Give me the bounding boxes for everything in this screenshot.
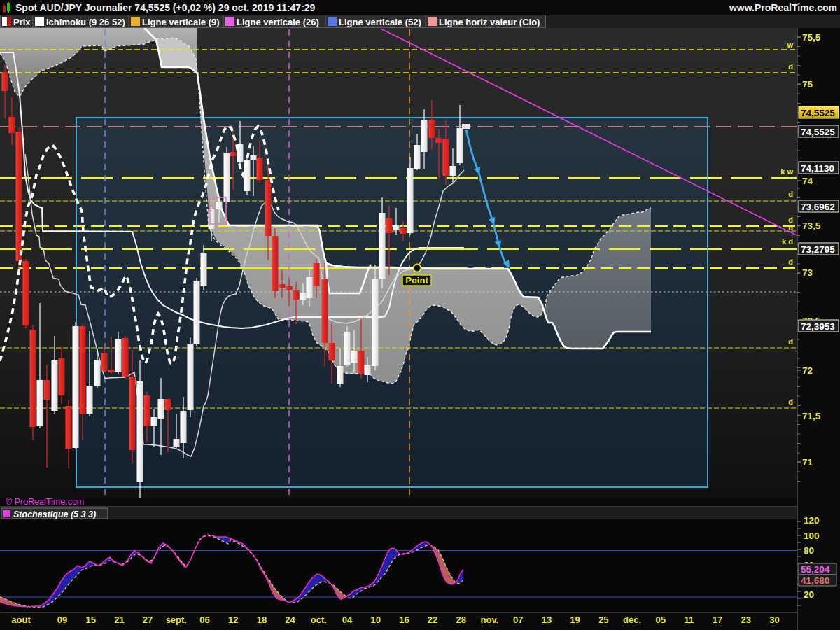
svg-text:16: 16 bbox=[399, 615, 409, 625]
svg-text:71: 71 bbox=[802, 457, 813, 468]
svg-text:04: 04 bbox=[342, 615, 353, 625]
svg-text:nov.: nov. bbox=[481, 615, 499, 625]
svg-text:72,3953: 72,3953 bbox=[801, 321, 835, 332]
svg-text:d: d bbox=[788, 398, 793, 406]
svg-text:73: 73 bbox=[802, 267, 813, 278]
svg-text:73,5: 73,5 bbox=[802, 220, 821, 231]
svg-text:10: 10 bbox=[370, 615, 380, 625]
svg-text:21: 21 bbox=[114, 615, 124, 625]
svg-text:Spot AUD/JPY Journalier 74,552: Spot AUD/JPY Journalier 74,5525 (+0,02 %… bbox=[15, 2, 316, 13]
svg-text:d: d bbox=[788, 337, 793, 346]
svg-text:25: 25 bbox=[598, 615, 608, 625]
svg-text:27: 27 bbox=[143, 615, 153, 625]
svg-text:sept.: sept. bbox=[166, 615, 187, 625]
svg-text:09: 09 bbox=[57, 615, 67, 625]
svg-text:k w: k w bbox=[780, 167, 793, 176]
svg-text:oct.: oct. bbox=[311, 615, 327, 625]
svg-text:Ligne verticale (52): Ligne verticale (52) bbox=[339, 17, 421, 27]
svg-text:d: d bbox=[788, 258, 793, 266]
svg-text:28: 28 bbox=[456, 615, 466, 625]
svg-text:Prix: Prix bbox=[13, 17, 31, 27]
svg-text:74,5525: 74,5525 bbox=[801, 127, 835, 137]
svg-text:41,680: 41,680 bbox=[801, 575, 830, 586]
svg-text:74: 74 bbox=[802, 176, 813, 186]
svg-text:06: 06 bbox=[200, 615, 209, 625]
svg-text:www.ProRealTime.com: www.ProRealTime.com bbox=[729, 2, 837, 13]
svg-text:11: 11 bbox=[685, 615, 694, 625]
svg-text:72: 72 bbox=[802, 365, 813, 376]
svg-text:20: 20 bbox=[804, 589, 814, 600]
svg-text:12: 12 bbox=[228, 615, 238, 625]
svg-text:120: 120 bbox=[804, 515, 820, 526]
svg-text:75: 75 bbox=[802, 79, 813, 90]
svg-text:73,2795: 73,2795 bbox=[801, 244, 835, 255]
svg-text:15: 15 bbox=[85, 615, 95, 625]
svg-text:55,204: 55,204 bbox=[801, 564, 830, 575]
svg-text:d: d bbox=[788, 223, 793, 232]
svg-text:73,6962: 73,6962 bbox=[801, 202, 835, 212]
svg-text:13: 13 bbox=[542, 615, 552, 625]
svg-text:Ichimoku (9 26 52): Ichimoku (9 26 52) bbox=[46, 17, 125, 27]
svg-text:Point: Point bbox=[405, 275, 428, 286]
svg-text:07: 07 bbox=[513, 615, 523, 625]
svg-text:17: 17 bbox=[713, 615, 722, 625]
svg-text:23: 23 bbox=[741, 615, 751, 625]
svg-text:Ligne verticale (9): Ligne verticale (9) bbox=[142, 17, 220, 27]
svg-text:22: 22 bbox=[428, 615, 438, 625]
svg-text:Stochastique (5 3 3): Stochastique (5 3 3) bbox=[13, 510, 96, 519]
svg-text:24: 24 bbox=[285, 615, 295, 625]
svg-text:d: d bbox=[788, 62, 793, 71]
svg-text:Ligne horiz valeur (Clo): Ligne horiz valeur (Clo) bbox=[439, 17, 540, 27]
svg-text:19: 19 bbox=[570, 615, 580, 625]
svg-text:100: 100 bbox=[804, 531, 820, 541]
svg-text:30: 30 bbox=[769, 615, 779, 625]
svg-text:août: août bbox=[11, 615, 31, 625]
svg-text:Ligne verticale (26): Ligne verticale (26) bbox=[237, 17, 319, 27]
svg-text:05: 05 bbox=[655, 615, 665, 625]
svg-text:d: d bbox=[788, 190, 793, 198]
svg-text:déc.: déc. bbox=[623, 615, 641, 625]
svg-text:k d: k d bbox=[782, 237, 793, 246]
svg-text:© ProRealTime.com: © ProRealTime.com bbox=[6, 497, 84, 507]
svg-text:71,5: 71,5 bbox=[802, 411, 821, 421]
svg-text:w: w bbox=[786, 41, 793, 49]
svg-text:18: 18 bbox=[257, 615, 267, 625]
svg-text:74,1130: 74,1130 bbox=[801, 163, 834, 174]
svg-text:80: 80 bbox=[804, 545, 814, 556]
svg-text:74,5525: 74,5525 bbox=[801, 108, 835, 118]
svg-text:75,5: 75,5 bbox=[802, 32, 821, 43]
